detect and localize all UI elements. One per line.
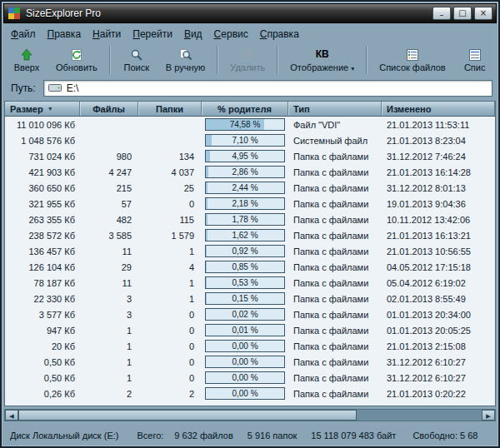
menu-go[interactable]: Перейти bbox=[127, 27, 178, 42]
sort-indicator-icon: ▼ bbox=[48, 106, 53, 112]
percent-label: 0,01 % bbox=[232, 326, 258, 335]
table-row[interactable]: 0,50 Кб100,00 %Папка с файлами31.12.2012… bbox=[5, 370, 495, 386]
percent-bar-fill bbox=[206, 167, 208, 177]
minimize-button[interactable]: – bbox=[432, 7, 451, 20]
up-button[interactable]: Вверх bbox=[5, 42, 48, 77]
menu-file[interactable]: Файл bbox=[5, 27, 42, 42]
table-row[interactable]: 238 572 Кб3 5851 5791,62 %Папка с файлам… bbox=[5, 227, 495, 243]
maximize-button[interactable]: □ bbox=[453, 7, 472, 20]
percent-bar: 7,10 % bbox=[205, 134, 285, 147]
cell-size: 78 187 Кб bbox=[5, 278, 80, 288]
cell-folders: 25 bbox=[138, 183, 202, 193]
cell-modified: 21.01.2013 11:53:11 bbox=[382, 120, 495, 130]
table-row[interactable]: 20 Кб100,00 %Папка с файлами21.01.2013 2… bbox=[5, 338, 495, 354]
table-row[interactable]: 11 010 096 Кб74,58 %Файл "VDI"21.01.2013… bbox=[5, 117, 495, 132]
cell-modified: 05.04.2012 6:19:02 bbox=[382, 278, 495, 288]
percent-bar: 0,15 % bbox=[205, 292, 285, 305]
cell-type: Папка с файлами bbox=[288, 341, 382, 351]
table-row[interactable]: 3 577 Кб300,02 %Папка с файлами01.01.201… bbox=[5, 306, 495, 322]
column-header-files[interactable]: Файлы bbox=[80, 102, 138, 116]
scroll-left-button[interactable]: ◀ bbox=[5, 410, 18, 421]
refresh-button-label: Обновить bbox=[56, 63, 98, 72]
cell-modified: 21.01.2013 8:23:04 bbox=[382, 136, 495, 146]
menu-edit[interactable]: Правка bbox=[42, 27, 88, 42]
refresh-button[interactable]: Обновить bbox=[48, 42, 105, 77]
close-button[interactable]: × bbox=[474, 7, 492, 20]
cell-files: 3 585 bbox=[80, 231, 138, 241]
menu-help[interactable]: Справка bbox=[254, 27, 305, 42]
delete-button-label: Удалить bbox=[230, 63, 265, 72]
cell-files: 11 bbox=[80, 246, 138, 256]
percent-bar-fill bbox=[206, 230, 208, 241]
percent-label: 2,18 % bbox=[232, 199, 258, 208]
display-units-label: Отображение▾ bbox=[290, 63, 354, 73]
cell-size: 421 903 Кб bbox=[5, 167, 80, 177]
cell-modified: 31.12.2012 8:01:13 bbox=[382, 183, 495, 193]
cell-modified: 21.01.2013 2:15:08 bbox=[382, 341, 495, 351]
table-row[interactable]: 0,50 Кб100,00 %Папка с файлами31.12.2012… bbox=[5, 354, 495, 370]
manual-search-button[interactable]: В ручную bbox=[158, 42, 212, 77]
display-units-button[interactable]: КВ Отображение▾ bbox=[282, 42, 362, 77]
cell-folders: 115 bbox=[138, 215, 202, 225]
path-label: Путь: bbox=[11, 82, 36, 94]
table-row[interactable]: 421 903 Кб4 2474 0372,86 %Папка с файлам… bbox=[5, 164, 495, 180]
column-header-percent[interactable]: % родителя bbox=[202, 102, 288, 116]
table-row[interactable]: 321 955 Кб5702,18 %Папка с файлами19.01.… bbox=[5, 196, 495, 212]
column-header-size[interactable]: Размер ▼ bbox=[5, 102, 80, 116]
cell-size: 238 572 Кб bbox=[5, 231, 80, 241]
column-header-type[interactable]: Тип bbox=[288, 102, 382, 116]
scrollbar-track[interactable] bbox=[18, 410, 482, 421]
table-row[interactable]: 947 Кб100,01 %Папка с файлами01.01.2013 … bbox=[5, 322, 495, 338]
cell-type: Папка с файлами bbox=[288, 215, 382, 225]
percent-bar: 0,00 % bbox=[205, 371, 285, 384]
cell-modified: 19.01.2013 9:04:36 bbox=[382, 199, 495, 209]
table-row[interactable]: 78 187 Кб1110,53 %Папка с файлами05.04.2… bbox=[5, 275, 495, 291]
table-row[interactable]: 360 650 Кб215252,44 %Папка с файлами31.1… bbox=[5, 180, 495, 196]
cell-files: 1 bbox=[80, 373, 138, 383]
search-button-label: Поиск bbox=[124, 63, 149, 72]
toolbar-separator bbox=[109, 46, 111, 74]
cell-files: 57 bbox=[80, 199, 138, 209]
cell-type: Папка с файлами bbox=[288, 357, 382, 367]
percent-bar: 2,18 % bbox=[205, 197, 285, 210]
cell-percent: 0,00 % bbox=[202, 387, 288, 400]
table-row[interactable]: 263 355 Кб4821151,78 %Папка с файлами10.… bbox=[5, 212, 495, 227]
list-button-label: Спис bbox=[464, 63, 486, 72]
file-list-icon bbox=[406, 47, 419, 62]
menu-view[interactable]: Вид bbox=[178, 27, 208, 42]
delete-button[interactable]: Удалить bbox=[222, 42, 272, 77]
path-input[interactable]: E:\ bbox=[43, 80, 492, 97]
refresh-icon bbox=[70, 47, 83, 62]
cell-type: Папка с файлами bbox=[288, 294, 382, 304]
table-row[interactable]: 136 457 Кб1110,92 %Папка с файлами21.01.… bbox=[5, 243, 495, 259]
search-button[interactable]: Поиск bbox=[115, 42, 158, 77]
file-list-button[interactable]: Список файлов bbox=[372, 42, 452, 77]
column-header-folders[interactable]: Папки bbox=[138, 102, 202, 116]
scrollbar-thumb[interactable] bbox=[18, 410, 357, 421]
percent-bar: 1,78 % bbox=[205, 213, 285, 226]
cell-size: 1 048 576 Кб bbox=[5, 136, 80, 146]
cell-percent: 0,01 % bbox=[202, 324, 288, 336]
table-row[interactable]: 1 048 576 Кб7,10 %Системный файл21.01.20… bbox=[5, 132, 495, 148]
table-row[interactable]: 126 104 Кб2940,85 %Папка с файлами04.05.… bbox=[5, 259, 495, 275]
status-total-label: Всего: bbox=[137, 431, 163, 441]
menu-find[interactable]: Найти bbox=[87, 27, 127, 42]
column-header-modified[interactable]: Изменено bbox=[382, 102, 495, 116]
cell-percent: 2,86 % bbox=[202, 166, 288, 178]
table-row[interactable]: 22 330 Кб310,15 %Папка с файлами02.01.20… bbox=[5, 291, 495, 306]
percent-label: 2,44 % bbox=[232, 183, 258, 192]
cell-percent: 2,44 % bbox=[202, 182, 288, 194]
scroll-right-button[interactable]: ▶ bbox=[482, 410, 495, 421]
cell-size: 947 Кб bbox=[5, 326, 80, 336]
percent-label: 0,15 % bbox=[232, 294, 258, 303]
cell-size: 20 Кб bbox=[5, 341, 80, 351]
table-row[interactable]: 0,26 Кб220,00 %Папка с файлами21.01.2013… bbox=[5, 386, 495, 401]
cell-size: 0,50 Кб bbox=[5, 357, 80, 367]
cell-files: 1 bbox=[80, 326, 138, 336]
cell-type: Папка с файлами bbox=[288, 199, 382, 209]
menu-service[interactable]: Сервис bbox=[208, 27, 254, 42]
file-table: Размер ▼ Файлы Папки % родителя Тип Изме… bbox=[4, 101, 496, 406]
list-button[interactable]: Спис bbox=[453, 42, 497, 77]
table-row[interactable]: 731 024 Кб9801344,95 %Папка с файлами31.… bbox=[5, 148, 495, 164]
percent-label: 7,10 % bbox=[232, 136, 258, 145]
